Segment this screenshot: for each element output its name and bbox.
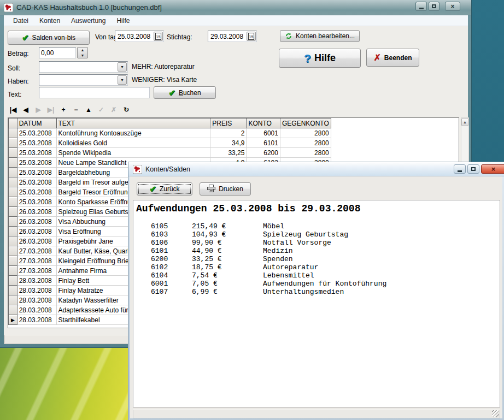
cell-datum[interactable]: 25.03.2008: [17, 187, 56, 197]
main-titlebar[interactable]: CAD-KAS Haushaltsbuch 1.0 [buchungen.dbf…: [0, 0, 471, 15]
betrag-input[interactable]: [39, 47, 76, 58]
scroll-up-icon[interactable]: ▲: [461, 118, 468, 126]
cell-text[interactable]: Spende Wikipedia: [56, 148, 210, 158]
soll-combobox[interactable]: ▼: [39, 61, 128, 73]
cell-datum[interactable]: 25.03.2008: [17, 138, 56, 148]
dropdown-arrow-icon[interactable]: ▼: [118, 75, 127, 85]
cell-datum[interactable]: 25.03.2008: [17, 168, 56, 178]
question-icon: ?: [304, 52, 311, 65]
nav-refresh-button[interactable]: ↻: [122, 106, 131, 116]
printer-icon: [207, 185, 215, 194]
cell-datum[interactable]: 26.03.2008: [17, 217, 56, 227]
row-indicator: [9, 256, 17, 266]
buchen-button[interactable]: ✔ Buchen: [154, 86, 216, 99]
menu-item-konten[interactable]: Konten: [34, 15, 66, 26]
cell-gegenkonto[interactable]: 2800: [280, 148, 331, 158]
nav-cancel-button[interactable]: ✗: [109, 106, 118, 116]
drucken-label: Drucken: [219, 185, 243, 193]
von-tag-calendar-button[interactable]: 15: [154, 32, 163, 41]
cell-preis[interactable]: 2: [210, 128, 247, 138]
nav-delete-button[interactable]: −: [72, 106, 80, 116]
menu-item-auswertung[interactable]: Auswertung: [66, 15, 111, 26]
cell-gegenkonto[interactable]: 2800: [280, 138, 331, 148]
x-icon: ✗: [373, 52, 380, 63]
close-button[interactable]: ×: [481, 164, 504, 174]
cell-preis[interactable]: 34,9: [210, 138, 247, 148]
betrag-spinner[interactable]: ▲ ▼: [77, 47, 88, 58]
maximize-button[interactable]: [429, 2, 439, 11]
cell-datum[interactable]: 27.03.2008: [17, 266, 56, 276]
row-indicator: ▶: [9, 315, 17, 325]
text-label: Text:: [8, 91, 21, 98]
dropdown-arrow-icon[interactable]: ▼: [118, 62, 127, 72]
zurueck-button[interactable]: ✔ Zurück: [137, 182, 192, 196]
weniger-text: WENIGER: Visa Karte: [132, 76, 197, 84]
text-input[interactable]: [39, 87, 150, 98]
minimize-button[interactable]: [454, 164, 466, 174]
row-indicator: [9, 305, 17, 315]
nav-insert-button[interactable]: +: [59, 106, 68, 116]
grid-header-row: DATUM TEXT PREIS KONTO GEGENKONTO: [9, 119, 459, 128]
row-indicator: [9, 295, 17, 305]
cell-preis[interactable]: 33,25: [210, 148, 247, 158]
cell-datum[interactable]: 27.03.2008: [17, 246, 56, 256]
cell-datum[interactable]: 25.03.2008: [17, 128, 56, 138]
minimize-button[interactable]: [415, 2, 427, 11]
report-konto: 6101: [151, 247, 192, 255]
nav-first-button[interactable]: |◀: [9, 106, 17, 116]
cell-konto[interactable]: 6101: [247, 138, 280, 148]
cell-konto[interactable]: 6200: [247, 148, 280, 158]
haben-combobox[interactable]: ▼: [39, 74, 128, 86]
nav-last-button[interactable]: ▶|: [46, 106, 55, 116]
nav-post-button[interactable]: ✓: [97, 106, 106, 116]
stichtag-calendar-button[interactable]: 15: [247, 32, 256, 41]
app-icon: [133, 165, 142, 174]
report-konto-name: Möbel: [263, 222, 284, 230]
cell-datum[interactable]: 28.03.2008: [17, 305, 56, 315]
table-row[interactable]: 25.03.2008 Spende Wikipedia 33,25 6200 2…: [9, 148, 459, 158]
cell-datum[interactable]: 25.03.2008: [17, 148, 56, 158]
nav-next-button[interactable]: ▶: [34, 106, 43, 116]
konten-bearbeiten-button[interactable]: Konten bearbeiten...: [280, 30, 360, 42]
stichtag-field[interactable]: 29.03.2008 15: [208, 31, 257, 42]
header-konto[interactable]: KONTO: [247, 119, 280, 128]
drucken-button[interactable]: Drucken: [200, 182, 251, 196]
cell-datum[interactable]: 25.03.2008: [17, 197, 56, 207]
buchen-label: Buchen: [179, 89, 201, 97]
nav-edit-button[interactable]: ▲: [84, 106, 93, 116]
header-preis[interactable]: PREIS: [210, 119, 247, 128]
table-row[interactable]: 25.03.2008 Kontoführung Kontoauszüge 2 6…: [9, 128, 459, 138]
cell-datum[interactable]: 28.03.2008: [17, 315, 56, 325]
von-tag-field[interactable]: 25.03.2008 15: [115, 31, 164, 42]
cell-datum[interactable]: 28.03.2008: [17, 276, 56, 286]
beenden-label: Beenden: [384, 54, 412, 62]
cell-datum[interactable]: 25.03.2008: [17, 178, 56, 187]
cell-datum[interactable]: 27.03.2008: [17, 256, 56, 266]
cell-text[interactable]: Kontoführung Kontoauszüge: [56, 128, 210, 138]
cell-gegenkonto[interactable]: 2800: [280, 128, 331, 138]
resize-grip[interactable]: [492, 410, 499, 417]
cell-text[interactable]: Kolloidiales Gold: [56, 138, 210, 148]
konten-salden-titlebar[interactable]: Konten/Salden ×: [128, 162, 504, 176]
cell-datum[interactable]: 28.03.2008: [17, 295, 56, 305]
table-row[interactable]: 25.03.2008 Kolloidiales Gold 34,9 6101 2…: [9, 138, 459, 148]
header-gegenkonto[interactable]: GEGENKONTO: [280, 119, 331, 128]
beenden-button[interactable]: ✗ Beenden: [366, 49, 419, 67]
cell-datum[interactable]: 26.03.2008: [17, 207, 56, 217]
cell-datum[interactable]: 25.03.2008: [17, 158, 56, 168]
close-button[interactable]: ×: [445, 2, 460, 11]
row-indicator: [9, 286, 17, 295]
nav-prior-button[interactable]: ◀: [21, 106, 30, 116]
cell-datum[interactable]: 26.03.2008: [17, 236, 56, 246]
cell-datum[interactable]: 26.03.2008: [17, 227, 56, 236]
salden-von-bis-button[interactable]: ✔ Salden von-bis: [8, 31, 90, 45]
hilfe-button[interactable]: ? Hilfe: [279, 49, 361, 68]
header-datum[interactable]: DATUM: [17, 119, 56, 128]
stichtag-label: Stichtag:: [167, 33, 192, 41]
cell-konto[interactable]: 6001: [247, 128, 280, 138]
menu-item-hilfe[interactable]: Hilfe: [111, 15, 135, 26]
header-text[interactable]: TEXT: [56, 119, 210, 128]
cell-datum[interactable]: 28.03.2008: [17, 286, 56, 295]
menu-item-datei[interactable]: Datei: [8, 15, 34, 26]
maximize-button[interactable]: [467, 164, 479, 174]
